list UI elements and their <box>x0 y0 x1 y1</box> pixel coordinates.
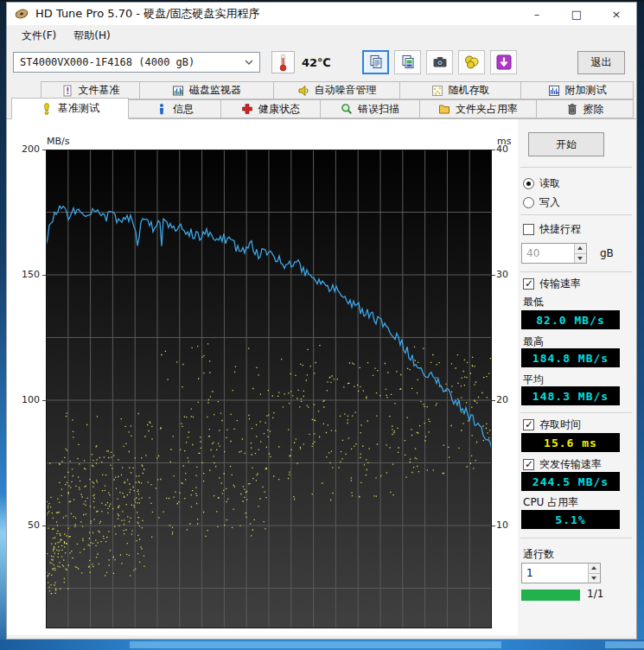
desktop-background: HD Tune Pro 5.70 - 硬盘/固态硬盘实用程序 – □ × 文件(… <box>0 0 644 650</box>
tab-label: 擦除 <box>583 102 604 117</box>
benchmark-content: MB/s ms 200 150 100 50 40 30 20 10 <box>7 118 636 634</box>
tab-label: 文件夹占用率 <box>456 102 518 117</box>
tab-info[interactable]: 信息 <box>129 99 221 118</box>
health-icon <box>241 103 253 115</box>
y-left-tick: 100 <box>9 394 40 405</box>
spinner-buttons <box>588 564 600 583</box>
min-value-display: 82.0 MB/s <box>521 310 620 329</box>
separator <box>520 167 632 168</box>
side-panel: 开始 读取 写入 快捷行程 40 <box>518 119 636 635</box>
tab-disk-monitor[interactable]: 磁盘监视器 <box>140 81 274 99</box>
transfer-rate-checkbox[interactable] <box>523 278 534 290</box>
passes-value: 1 <box>522 564 588 583</box>
read-radio-row[interactable]: 读取 <box>523 176 560 191</box>
copy-image-icon <box>400 54 416 70</box>
info-icon <box>156 103 168 115</box>
start-button[interactable]: 开始 <box>528 132 604 156</box>
update-button[interactable] <box>490 50 517 74</box>
random-access-icon <box>431 85 443 97</box>
donate-button[interactable] <box>458 50 485 74</box>
access-time-checkbox[interactable] <box>523 419 534 430</box>
burst-rate-row[interactable]: 突发传输速率 <box>523 457 602 472</box>
tab-file-benchmark[interactable]: ! 文件基准 <box>41 81 140 99</box>
extra-tests-icon <box>548 85 560 97</box>
tab-strip: ! 文件基准 磁盘监视器 <box>7 80 636 118</box>
download-icon <box>496 54 512 70</box>
spin-down-button[interactable] <box>589 574 600 583</box>
avg-value-display: 148.3 MB/s <box>521 386 620 405</box>
passes-spinner[interactable]: 1 <box>521 563 601 583</box>
y-left-tick: 150 <box>9 269 40 280</box>
svg-text:!: ! <box>66 86 70 96</box>
spin-up-button[interactable] <box>575 244 586 254</box>
exit-button[interactable]: 退出 <box>577 51 625 74</box>
tab-label: 自动噪音管理 <box>315 83 377 98</box>
spin-up-button[interactable] <box>589 564 600 574</box>
titlebar: HD Tune Pro 5.70 - 硬盘/固态硬盘实用程序 – □ × <box>7 3 636 25</box>
drive-select-value: ST4000VX000-1F4168 (4000 gB) <box>20 56 194 68</box>
tab-row-bottom: 基准测试 信息 健康状态 <box>11 99 634 118</box>
tick-mark <box>492 150 495 150</box>
spin-down-button[interactable] <box>575 254 586 264</box>
write-label: 写入 <box>539 195 560 210</box>
tab-aam[interactable]: 自动噪音管理 <box>274 81 400 99</box>
chevron-down-icon <box>245 60 253 65</box>
desktop-taskbar-glow <box>130 641 501 648</box>
benchmark-icon <box>41 103 53 115</box>
burst-rate-display: 244.5 MB/s <box>521 472 620 491</box>
menu-help[interactable]: 帮助(H) <box>66 26 118 46</box>
drive-select[interactable]: ST4000VX000-1F4168 (4000 gB) <box>13 52 260 73</box>
separator <box>520 538 632 538</box>
maximize-button[interactable]: □ <box>557 3 596 25</box>
progress-fill <box>521 589 580 601</box>
write-radio[interactable] <box>523 197 534 208</box>
desktop-taskbar-glow <box>605 641 644 648</box>
short-stroke-spinner[interactable]: 40 <box>521 243 587 264</box>
desktop-edge-bottom <box>0 640 644 650</box>
burst-rate-checkbox[interactable] <box>523 459 534 470</box>
access-time-display: 15.6 ms <box>521 433 620 452</box>
short-stroke-row[interactable]: 快捷行程 <box>523 222 581 237</box>
write-radio-row[interactable]: 写入 <box>523 195 560 210</box>
tab-label: 健康状态 <box>258 102 300 117</box>
spinner-buttons <box>574 244 586 263</box>
aam-icon <box>297 85 309 97</box>
chart-pane: MB/s ms 200 150 100 50 40 30 20 10 <box>7 119 518 635</box>
tick-mark <box>492 400 495 401</box>
screenshot-button[interactable] <box>426 50 453 74</box>
read-radio[interactable] <box>523 178 534 189</box>
max-label: 最高 <box>523 335 544 349</box>
copy-text-icon <box>368 54 384 70</box>
tab-label: 信息 <box>173 102 194 117</box>
burst-rate-label: 突发传输速率 <box>539 457 602 472</box>
folder-usage-icon <box>438 103 450 115</box>
menu-file[interactable]: 文件(F) <box>14 26 64 46</box>
progress-bar <box>521 589 580 601</box>
temperature-button[interactable] <box>271 51 295 73</box>
tab-error-scan[interactable]: 错误扫描 <box>321 99 420 118</box>
tab-health[interactable]: 健康状态 <box>221 99 321 118</box>
tab-random-access[interactable]: 随机存取 <box>400 81 521 99</box>
erase-icon <box>566 103 578 115</box>
capacity-unit-label: gB <box>600 247 614 259</box>
file-benchmark-icon: ! <box>61 85 73 97</box>
desktop-edge-right <box>637 0 644 650</box>
tab-row-top: ! 文件基准 磁盘监视器 <box>41 81 634 99</box>
short-stroke-checkbox[interactable] <box>523 224 534 235</box>
tab-erase[interactable]: 擦除 <box>537 99 634 118</box>
coins-icon <box>464 54 480 70</box>
tab-label: 基准测试 <box>58 101 99 116</box>
tick-mark <box>492 526 495 526</box>
minimize-button[interactable]: – <box>517 3 557 25</box>
tab-extra-tests[interactable]: 附加测试 <box>521 81 634 99</box>
tab-benchmark[interactable]: 基准测试 <box>11 98 129 119</box>
copy-text-button[interactable] <box>362 50 389 74</box>
copy-image-button[interactable] <box>394 50 421 74</box>
transfer-rate-row[interactable]: 传输速率 <box>523 277 581 291</box>
y-left-tick: 50 <box>9 519 40 531</box>
tab-folder-usage[interactable]: 文件夹占用率 <box>420 99 537 118</box>
app-icon <box>15 7 29 21</box>
close-button[interactable]: × <box>596 3 636 25</box>
access-time-row[interactable]: 存取时间 <box>523 417 581 432</box>
tab-label: 磁盘监视器 <box>189 83 241 98</box>
